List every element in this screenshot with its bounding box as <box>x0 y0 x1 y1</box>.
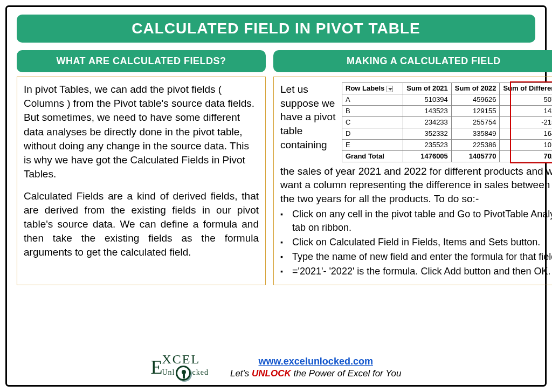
logo-bottom-text: Unlcked <box>162 366 208 381</box>
logo-stack: XCEL Unlcked <box>162 354 208 381</box>
right-header: MAKING A CALCULATED FIELD <box>273 50 552 72</box>
hdr-sumdiff: Sum of Difference <box>500 83 552 94</box>
table-row: E23552322538610137 <box>342 139 553 150</box>
website-link[interactable]: www.excelunlocked.com <box>259 356 373 367</box>
hdr-sum2022: Sum of 2022 <box>451 83 500 94</box>
tagline: Let's UNLOCK the Power of Excel for You <box>230 368 402 379</box>
logo: E XCEL Unlcked <box>150 354 208 381</box>
left-content: In pivot Tables, we can add the pivot fi… <box>17 77 266 285</box>
lead-text: Let us suppose we have a pivot table con… <box>280 82 339 152</box>
table-row: A51039445962650768 <box>342 94 553 105</box>
hdr-sum2021: Sum of 2021 <box>403 83 452 94</box>
right-content: Let us suppose we have a pivot table con… <box>273 77 552 285</box>
keyhole-icon <box>176 366 191 381</box>
main-title: CALCULATED FIELD IN PIVOT TABLE <box>17 15 535 43</box>
columns-container: WHAT ARE CALCULATED FIELDS? In pivot Tab… <box>17 50 535 285</box>
pivot-table-illustration: Row Labels Sum of 2021 Sum of 2022 Sum o… <box>342 82 552 162</box>
continuation-text: the sales of year 2021 and 2022 for diff… <box>280 164 552 206</box>
right-top-row: Let us suppose we have a pivot table con… <box>280 82 552 162</box>
pivot-table: Row Labels Sum of 2021 Sum of 2022 Sum o… <box>342 82 552 162</box>
footer-text: www.excelunlocked.com Let's UNLOCK the P… <box>230 356 402 379</box>
unlock-word: UNLOCK <box>252 368 291 379</box>
left-para1: In pivot Tables, we can add the pivot fi… <box>24 82 259 182</box>
table-header-row: Row Labels Sum of 2021 Sum of 2022 Sum o… <box>342 83 553 94</box>
table-row: C234233255754-21521 <box>342 116 553 128</box>
list-item: Click on any cell in the pivot table and… <box>280 208 552 235</box>
right-column: MAKING A CALCULATED FIELD Let us suppose… <box>273 50 552 285</box>
footer: E XCEL Unlcked www.excelunlocked.com Let… <box>7 354 545 381</box>
list-item: ='2021'- '2022' is the formula. Click Ad… <box>280 265 552 278</box>
hdr-rowlabels: Row Labels <box>342 83 403 94</box>
table-row: B14352312915514368 <box>342 105 553 116</box>
logo-top-text: XCEL <box>162 354 208 366</box>
left-header: WHAT ARE CALCULATED FIELDS? <box>17 50 266 72</box>
logo-big-letter: E <box>150 359 163 376</box>
table-row: D35233233584916483 <box>342 128 553 139</box>
dropdown-icon <box>387 86 393 92</box>
document-frame: CALCULATED FIELD IN PIVOT TABLE WHAT ARE… <box>5 5 547 387</box>
table-total-row: Grand Total1476005140577070235 <box>342 150 553 162</box>
steps-list: Click on any cell in the pivot table and… <box>280 208 552 278</box>
left-para2: Calculated Fields are a kind of derived … <box>24 189 259 260</box>
list-item: Type the name of new field and enter the… <box>280 250 552 264</box>
left-column: WHAT ARE CALCULATED FIELDS? In pivot Tab… <box>17 50 266 285</box>
list-item: Click on Calculated Field in Fields, Ite… <box>280 236 552 249</box>
